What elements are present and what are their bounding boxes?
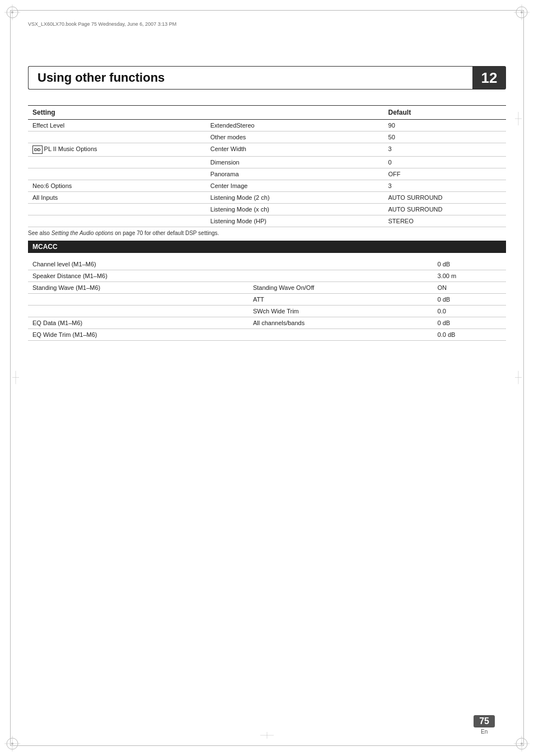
mcacc-default-cell: 0.0 <box>433 306 506 317</box>
mcacc-table-row: Channel level (M1–M6)0 dB <box>28 259 506 270</box>
sub-setting-cell: ExtendedStereo <box>206 120 384 132</box>
mcacc-sub-cell <box>249 259 433 270</box>
default-value-cell: 0 <box>384 157 506 168</box>
sub-setting-cell: Listening Mode (2 ch) <box>206 192 384 204</box>
page-title: Using other functions <box>38 71 165 85</box>
mcacc-setting-cell: Speaker Distance (M1–M6) <box>28 270 249 282</box>
header-title-box: Using other functions <box>28 66 472 90</box>
mcacc-setting-cell <box>28 306 249 317</box>
default-value-cell: 3 <box>384 143 506 157</box>
bottom-center-mark <box>260 732 274 740</box>
side-mark-right-top <box>515 112 522 127</box>
mcacc-table: Channel level (M1–M6)0 dBSpeaker Distanc… <box>28 259 506 341</box>
col-header-setting: Setting <box>28 106 206 120</box>
mcacc-default-cell: 3.00 m <box>433 270 506 282</box>
default-value-cell: OFF <box>384 168 506 180</box>
default-value-cell: 3 <box>384 180 506 192</box>
mcacc-table-row: Standing Wave (M1–M6)Standing Wave On/Of… <box>28 282 506 294</box>
setting-cell <box>28 204 206 215</box>
note-italic: Setting the Audio options <box>51 230 114 236</box>
table-row: Listening Mode (HP)STEREO <box>28 215 506 227</box>
mcacc-table-row: Speaker Distance (M1–M6)3.00 m <box>28 270 506 282</box>
mcacc-table-row: EQ Wide Trim (M1–M6)0.0 dB <box>28 329 506 341</box>
setting-cell: All Inputs <box>28 192 206 204</box>
mcacc-header: MCACC <box>28 241 506 253</box>
file-info: VSX_LX60LX70.book Page 75 Wednesday, Jun… <box>28 21 176 27</box>
dsp-note: See also Setting the Audio options on pa… <box>28 229 506 237</box>
mcacc-default-cell: 0 dB <box>433 317 506 329</box>
corner-mark-bl <box>4 736 20 752</box>
table-row: PanoramaOFF <box>28 168 506 180</box>
default-value-cell: 50 <box>384 132 506 143</box>
setting-cell <box>28 132 206 143</box>
mcacc-table-row: EQ Data (M1–M6)All channels/bands0 dB <box>28 317 506 329</box>
table-row: Effect LevelExtendedStereo90 <box>28 120 506 132</box>
mcacc-table-row: SWch Wide Trim0.0 <box>28 306 506 317</box>
table-row: All InputsListening Mode (2 ch)AUTO SURR… <box>28 192 506 204</box>
mcacc-setting-cell: Standing Wave (M1–M6) <box>28 282 249 294</box>
sub-setting-cell: Panorama <box>206 168 384 180</box>
setting-cell <box>28 168 206 180</box>
mcacc-setting-cell: Channel level (M1–M6) <box>28 259 249 270</box>
setting-cell <box>28 157 206 168</box>
col-header-default: Default <box>384 106 506 120</box>
page-number-box: 75 <box>474 715 495 727</box>
side-mark-right <box>515 370 522 386</box>
sub-setting-cell: Center Width <box>206 143 384 157</box>
corner-mark-br <box>514 736 530 752</box>
mcacc-sub-cell <box>249 270 433 282</box>
setting-cell: Effect Level <box>28 120 206 132</box>
dolby-icon: DD <box>32 145 43 154</box>
mcacc-default-cell: ON <box>433 282 506 294</box>
table-row: DDPL II Music OptionsCenter Width3 <box>28 143 506 157</box>
corner-mark-tr <box>514 4 530 20</box>
mcacc-setting-cell <box>28 294 249 306</box>
col-header-sub <box>206 106 384 120</box>
side-mark-left <box>12 370 19 386</box>
chapter-number: 12 <box>472 66 506 90</box>
settings-table: Setting Default Effect LevelExtendedSter… <box>28 105 506 227</box>
mcacc-sub-cell: All channels/bands <box>249 317 433 329</box>
mcacc-default-cell: 0 dB <box>433 259 506 270</box>
setting-cell <box>28 215 206 227</box>
mcacc-setting-cell: EQ Wide Trim (M1–M6) <box>28 329 249 341</box>
sub-setting-cell: Listening Mode (x ch) <box>206 204 384 215</box>
sub-setting-cell: Dimension <box>206 157 384 168</box>
mcacc-sub-cell: Standing Wave On/Off <box>249 282 433 294</box>
mcacc-sub-cell: SWch Wide Trim <box>249 306 433 317</box>
default-value-cell: STEREO <box>384 215 506 227</box>
sub-setting-cell: Center Image <box>206 180 384 192</box>
mcacc-default-cell: 0 dB <box>433 294 506 306</box>
default-value-cell: 90 <box>384 120 506 132</box>
table-row: Neo:6 OptionsCenter Image3 <box>28 180 506 192</box>
table-row: Other modes50 <box>28 132 506 143</box>
sub-setting-cell: Listening Mode (HP) <box>206 215 384 227</box>
sub-setting-cell: Other modes <box>206 132 384 143</box>
mcacc-default-cell: 0.0 dB <box>433 329 506 341</box>
table-row: Listening Mode (x ch)AUTO SURROUND <box>28 204 506 215</box>
page-lang: En <box>474 729 495 735</box>
mcacc-sub-cell <box>249 329 433 341</box>
header-bar: Using other functions 12 <box>28 66 506 90</box>
setting-cell: Neo:6 Options <box>28 180 206 192</box>
default-value-cell: AUTO SURROUND <box>384 204 506 215</box>
setting-cell: DDPL II Music Options <box>28 143 206 157</box>
main-content: Setting Default Effect LevelExtendedSter… <box>28 100 506 341</box>
mcacc-setting-cell: EQ Data (M1–M6) <box>28 317 249 329</box>
corner-mark-tl <box>4 4 20 20</box>
default-value-cell: AUTO SURROUND <box>384 192 506 204</box>
mcacc-table-row: ATT0 dB <box>28 294 506 306</box>
page-number-area: 75 En <box>474 715 495 735</box>
table-row: Dimension0 <box>28 157 506 168</box>
mcacc-sub-cell: ATT <box>249 294 433 306</box>
